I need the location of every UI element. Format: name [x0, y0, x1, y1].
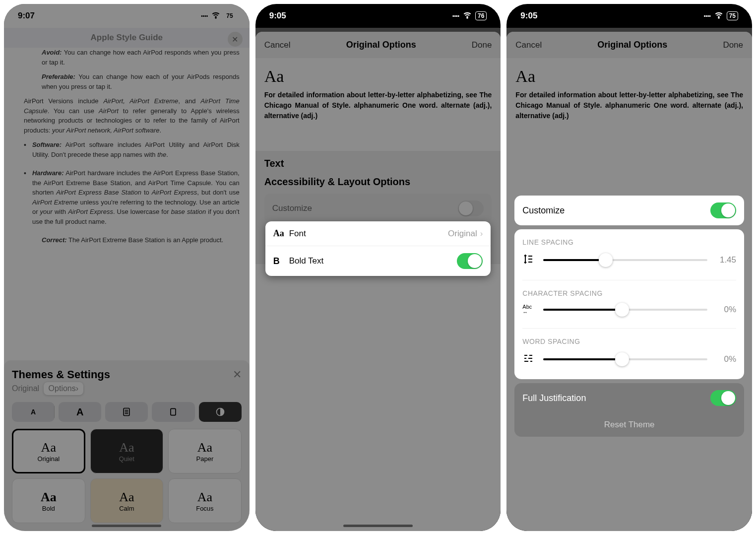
close-icon[interactable]: ✕	[233, 368, 242, 381]
line-spacing-icon	[522, 253, 536, 267]
status-bar: 9:05 •••• 76	[255, 4, 501, 28]
customize-toggle[interactable]	[458, 201, 484, 216]
svg-point-7	[467, 17, 468, 18]
char-spacing-icon: Abc↔	[522, 304, 536, 315]
word-spacing-icon	[522, 352, 536, 366]
battery-indicator: 75	[224, 11, 235, 20]
full-justification-toggle[interactable]	[710, 390, 736, 406]
done-button[interactable]: Done	[723, 40, 743, 50]
battery-indicator: 76	[475, 11, 487, 20]
modal-title: Original Options	[597, 40, 667, 50]
cellular-icon: ••••	[704, 13, 711, 19]
customize-row[interactable]: Customize	[264, 194, 492, 223]
spacing-card: LINE SPACING 1.45 CHARACTER SPACING Abc↔…	[514, 229, 744, 379]
theme-paper[interactable]: AaPaper	[168, 429, 242, 473]
preview-text: For detailed information about letter-by…	[264, 90, 492, 121]
chevron-right-icon: ›	[480, 229, 483, 239]
wifi-icon	[714, 10, 724, 22]
wifi-icon	[211, 10, 221, 22]
themes-title: Themes & Settings	[12, 368, 110, 381]
svg-point-8	[718, 17, 719, 18]
themes-sheet: Themes & Settings Original Options › ✕ A…	[4, 360, 250, 531]
status-bar: 9:07 •••• 75	[4, 4, 250, 28]
appearance-button[interactable]	[199, 402, 242, 422]
cellular-icon: ••••	[452, 13, 459, 19]
char-spacing-label: CHARACTER SPACING	[522, 289, 736, 297]
clock-time: 9:07	[18, 11, 35, 21]
word-spacing-label: WORD SPACING	[522, 337, 736, 345]
line-spacing-slider[interactable]	[543, 259, 707, 261]
home-indicator[interactable]	[343, 525, 413, 527]
bold-text-row[interactable]: B Bold Text	[265, 246, 491, 276]
clock-time: 9:05	[269, 11, 286, 21]
text-larger-button[interactable]: A	[59, 402, 101, 422]
customize-label: Customize	[522, 205, 565, 216]
reset-theme-button[interactable]: Reset Theme	[514, 413, 744, 437]
text-smaller-button[interactable]: A	[12, 402, 55, 422]
bold-icon: B	[273, 256, 289, 267]
battery-indicator: 75	[727, 11, 738, 20]
cancel-button[interactable]: Cancel	[515, 40, 542, 50]
panel-1-themes: 9:07 •••• 75 Apple Style Guide ✕ Avoid: …	[4, 4, 250, 531]
home-indicator[interactable]	[92, 525, 161, 527]
close-button[interactable]: ✕	[228, 32, 243, 47]
text-options-card: Aa Font Original › B Bold Text	[265, 221, 491, 276]
panel-3-customize: 9:05 •••• 75 Cancel Original Options Don…	[506, 4, 752, 531]
options-button[interactable]: Options ›	[44, 382, 83, 395]
reader-content: Apple Style Guide ✕ Avoid: You can chang…	[4, 28, 250, 531]
clock-time: 9:05	[520, 11, 537, 21]
word-spacing-slider[interactable]	[543, 358, 707, 360]
layout-scroll-button[interactable]	[105, 402, 148, 422]
theme-calm[interactable]: AaCalm	[90, 478, 164, 523]
panel-2-options: 9:05 •••• 76 Cancel Original Options Don…	[255, 4, 501, 531]
preview-aa: Aa	[264, 67, 492, 86]
customize-header-card: Customize	[514, 196, 744, 225]
modal-title: Original Options	[346, 40, 416, 50]
cellular-icon: ••••	[201, 13, 208, 19]
customize-toggle[interactable]	[710, 202, 736, 218]
wifi-icon	[462, 10, 472, 22]
full-justification-row[interactable]: Full Justification	[514, 383, 744, 413]
font-row[interactable]: Aa Font Original ›	[265, 221, 491, 246]
line-spacing-label: LINE SPACING	[522, 238, 736, 246]
svg-rect-5	[171, 408, 176, 415]
cancel-button[interactable]: Cancel	[264, 40, 291, 50]
layout-page-button[interactable]	[152, 402, 194, 422]
theme-original[interactable]: AaOriginal	[12, 429, 85, 473]
page-title: Apple Style Guide	[91, 33, 163, 43]
accessibility-header: Accessibility & Layout Options	[264, 176, 492, 188]
theme-focus[interactable]: AaFocus	[168, 478, 242, 523]
additional-options-card: Full Justification Reset Theme	[514, 383, 744, 437]
text-section-header: Text	[255, 151, 501, 176]
done-button[interactable]: Done	[472, 40, 492, 50]
preview-text: For detailed information about letter-by…	[515, 90, 743, 121]
chevron-right-icon: ›	[76, 384, 78, 393]
char-spacing-slider[interactable]	[543, 309, 707, 311]
font-icon: Aa	[273, 228, 289, 239]
theme-bold[interactable]: AaBold	[12, 478, 85, 523]
bold-toggle[interactable]	[457, 253, 483, 269]
theme-quiet[interactable]: AaQuiet	[90, 429, 164, 473]
status-bar: 9:05 •••• 75	[506, 4, 752, 28]
svg-point-0	[215, 17, 216, 18]
preview-aa: Aa	[515, 67, 743, 86]
